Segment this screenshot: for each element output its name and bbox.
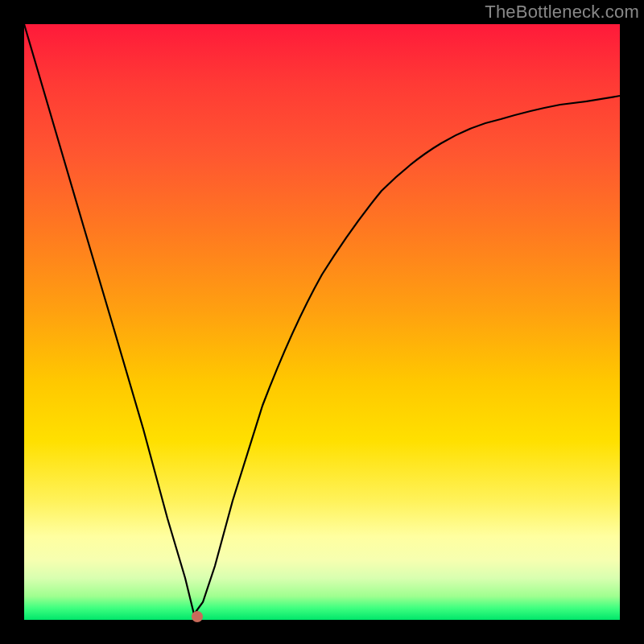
bottleneck-curve xyxy=(24,24,620,614)
watermark: TheBottleneck.com xyxy=(485,2,639,23)
chart-frame: TheBottleneck.com xyxy=(0,0,644,644)
optimal-marker xyxy=(192,611,203,622)
curve-layer xyxy=(24,24,620,620)
